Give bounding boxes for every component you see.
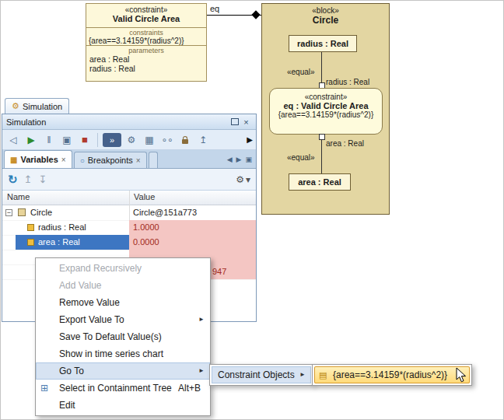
eq-association-label: eq [210,4,219,13]
radius-property-box[interactable]: radius : Real [289,35,357,52]
constraint-property-stereotype: «constraint» [270,89,382,101]
menu-item-export-value-to[interactable]: Export Value To ► [36,311,210,328]
parameter-radius: radius : Real [86,64,206,73]
parameter-area: area : Real [86,54,206,64]
refresh-button[interactable]: ↻ [8,173,18,187]
menu-item-remove-value[interactable]: Remove Value [36,294,210,311]
run-button[interactable]: ▶ [23,132,39,148]
row-value[interactable]: 1.0000 [129,220,256,235]
equal-stereotype-bottom: «equal» [287,153,315,162]
chevron-down-icon: ▾ [246,174,250,185]
lock-button[interactable] [177,132,193,148]
lock-icon [182,139,188,144]
float-window-icon [231,118,239,125]
menu-item-label: Select in Containment Tree [59,383,172,394]
window-title: Simulation [6,117,229,127]
block-instance-icon [18,208,26,216]
row-value[interactable]: 0.0000 [129,235,256,250]
pause-button[interactable]: ‖ [41,132,57,148]
export-button[interactable]: ↥ [195,132,211,148]
constraint-property-expression: {area==3.14159*(radius^2)} [270,110,382,119]
tab-list-button[interactable]: ▣ [245,156,252,163]
menu-item-save-to-default-values[interactable]: Save To Default Value(s) [36,328,210,345]
mouse-cursor-icon [456,367,467,383]
constraint-property-box[interactable]: «constraint» eq : Valid Circle Area {are… [269,88,383,135]
menu-item-label: Go To [59,366,84,376]
step-button[interactable]: ◁ [5,132,21,148]
tab-variables-label: Variables [20,155,58,164]
menu-item-edit[interactable]: Edit [36,397,210,414]
constraints-compartment-label: constraints [86,28,206,37]
row-value[interactable]: Circle@151a773 [129,205,256,220]
binding-connector-bottom[interactable] [321,136,322,173]
column-header-name[interactable]: Name [7,192,30,201]
submenu-arrow-icon: ► [299,366,306,383]
table-row-area-selected[interactable]: area : Real 0.0000 [2,235,256,250]
dock-tab-label: Simulation [23,102,62,111]
row-name: Circle [30,205,52,220]
constraint-object-icon: ▤ [319,366,327,383]
constraint-element-valid-circle-area[interactable]: «constraint» Valid Circle Area constrain… [86,3,207,82]
menu-item-show-in-time-series-chart[interactable]: Show in time series chart [36,345,210,362]
submenu-arrow-icon: ► [198,362,205,380]
breakpoint-circle-icon: ○ [80,156,85,165]
menu-item-add-value[interactable]: Add Value [36,277,210,294]
export-down-button[interactable]: ↧ [38,173,47,185]
table-row-circle[interactable]: − Circle Circle@151a773 [2,205,256,221]
menu-item-shortcut: Alt+B [178,380,201,397]
equal-stereotype-top: «equal» [287,68,315,76]
collapse-toggle-icon[interactable]: − [5,209,12,216]
block-stereotype: «block» [262,4,389,15]
tab-variables[interactable]: ▦ Variables × [4,150,72,168]
table-row-radius[interactable]: radius : Real 1.0000 [2,220,256,236]
settings-gear-button[interactable]: ⚙ [124,132,139,148]
containment-tree-icon: ⊞ [40,380,48,397]
menu-item-go-to[interactable]: Go To ► [36,362,210,380]
scroll-tabs-right-button[interactable]: ▶ [236,156,242,163]
float-window-button[interactable] [229,117,240,128]
close-tab-icon[interactable]: × [61,156,66,164]
dock-tab-simulation[interactable]: ⚙ Simulation [5,98,69,114]
block-circle[interactable]: «block» Circle radius : Real «equal» rad… [261,3,390,215]
terminate-button[interactable]: ■ [77,132,93,148]
close-window-button[interactable]: × [240,117,252,128]
context-menu: Expand Recursively Add Value Remove Valu… [35,257,211,416]
tab-breakpoints[interactable]: ○ Breakpoints × [74,152,147,168]
options-dropdown-button[interactable]: ⚙ ▾ [236,174,250,185]
menu-item-label: Constraint Objects [218,369,295,380]
menu-item-select-in-containment-tree[interactable]: ⊞ Select in Containment Tree Alt+B [36,380,210,397]
constraint-parameter-port-bottom[interactable] [319,134,325,140]
constraint-objects-submenu: ▤ {area==3.14159*(radius^2)} [312,364,472,386]
menu-item-constraint-objects[interactable]: Constraint Objects ► [212,366,311,383]
constraint-header: «constraint» Valid Circle Area [86,4,206,27]
frames-button[interactable]: ▣ [59,132,75,148]
composition-diamond-icon [251,10,260,19]
diagram-grid-button[interactable]: ▦ [142,132,157,148]
tab-partial[interactable] [149,152,158,168]
value-property-icon [27,239,34,246]
export-up-button[interactable]: ↥ [24,173,33,185]
area-property-box[interactable]: area : Real [289,173,351,191]
constraint-name: Valid Circle Area [86,14,206,23]
close-tab-icon[interactable]: × [136,156,141,165]
simulation-titlebar[interactable]: Simulation × [2,114,256,130]
menu-item-expand-recursively[interactable]: Expand Recursively [36,260,210,277]
menu-item-label: Export Value To [59,314,124,325]
constraint-expression: {area==3.14159*(radius^2)} [86,37,206,45]
overflow-chevrons-button[interactable]: » [103,133,121,147]
column-header-value[interactable]: Value [134,192,155,201]
row-name: area : Real [38,235,80,250]
parameters-compartment-label: parameters [86,46,206,54]
value-property-icon [27,224,34,231]
variables-table-icon: ▦ [10,156,17,164]
scroll-tabs-left-button[interactable]: ◀ [227,156,233,163]
pane-tab-row: ▦ Variables × ○ Breakpoints × ◀ ▶ ▣ [2,150,256,169]
more-toolbar-arrow[interactable]: ▶ [247,135,253,144]
options-circles-button[interactable]: ∘∘ [159,132,175,148]
submenu-arrow-icon: ► [198,311,205,328]
menu-item-label: {area==3.14159*(radius^2)} [333,369,447,380]
constraint-property-name: eq : Valid Circle Area [270,101,382,110]
parameters-compartment: parameters area : Real radius : Real [86,45,206,73]
row-name: radius : Real [38,220,86,235]
menu-item-constraint-target[interactable]: ▤ {area==3.14159*(radius^2)} [314,366,470,383]
